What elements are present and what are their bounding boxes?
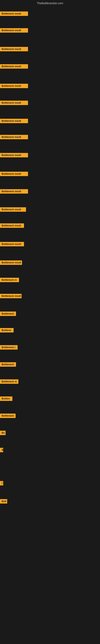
bottleneck-result-item: Bottleneck result <box>0 12 28 16</box>
bottleneck-badge[interactable]: Bottleneck result <box>0 224 24 228</box>
bottleneck-result-item: Bottleneck result <box>0 100 28 105</box>
bottleneck-badge[interactable]: I <box>0 481 3 486</box>
bottleneck-badge[interactable]: Bottleneck re <box>0 278 19 282</box>
bottleneck-result-item: B <box>0 448 3 452</box>
bottleneck-result-item: Bottleneck result <box>0 84 28 88</box>
bottleneck-badge[interactable]: Bottlene <box>0 328 14 332</box>
bottleneck-result-item: Bottleneck result <box>0 119 28 123</box>
bottleneck-badge[interactable]: Bottleneck result <box>0 135 28 139</box>
bottleneck-result-item: Bottleneck result <box>0 135 28 139</box>
bottleneck-result-item: Bottleneck r <box>0 345 18 350</box>
bottleneck-badge[interactable]: Bottleneck result <box>0 64 28 69</box>
bottleneck-result-item: Bottleneck result <box>0 224 24 228</box>
bottleneck-result-item: Bottleneck result <box>0 294 22 298</box>
bottleneck-badge[interactable]: Bottleneck result <box>0 172 28 176</box>
bottleneck-result-item: Bottleneck result <box>0 260 22 265</box>
bottleneck-badge[interactable]: Bottleneck <box>0 362 16 367</box>
bottleneck-badge[interactable]: Bottleneck result <box>0 207 26 212</box>
bottleneck-badge[interactable]: Bottleneck result <box>0 153 28 158</box>
bottleneck-badge[interactable]: Bottleneck r <box>0 345 18 350</box>
bottleneck-result-item: Bott <box>0 499 7 504</box>
bottleneck-result-item: Bottleneck result <box>0 189 28 194</box>
bottleneck-result-item: Bo <box>0 431 6 435</box>
bottleneck-result-item: I <box>0 481 3 486</box>
bottleneck-result-item: Bottleneck <box>0 362 16 367</box>
bottleneck-badge[interactable]: Bottleneck result <box>0 242 24 246</box>
bottleneck-result-item: Bottlene <box>0 328 14 332</box>
bottleneck-result-item: Bottleneck <box>0 414 16 418</box>
bottleneck-result-item: Bottleneck result <box>0 207 26 212</box>
bottleneck-badge[interactable]: Bottleneck <box>0 312 16 316</box>
bottleneck-badge[interactable]: Bottleneck result <box>0 47 28 51</box>
bottleneck-badge[interactable]: Bo <box>0 431 6 435</box>
bottleneck-badge[interactable]: Bottleneck result <box>0 84 28 88</box>
bottleneck-result-item: Bottleneck result <box>0 47 28 51</box>
bottleneck-result-item: Bottleneck re <box>0 379 18 384</box>
bottleneck-result-item: Bottleneck result <box>0 242 24 246</box>
bottleneck-badge[interactable]: Bottleneck result <box>0 294 22 298</box>
bottleneck-badge[interactable]: Bott <box>0 499 7 504</box>
bottleneck-result-item: Bottleneck result <box>0 28 28 32</box>
bottleneck-badge[interactable]: Bottleneck <box>0 414 16 418</box>
bottleneck-badge[interactable]: Bottleneck result <box>0 100 28 105</box>
bottleneck-result-item: Bottleneck <box>0 312 16 316</box>
bottleneck-badge[interactable]: Bottleneck result <box>0 189 28 194</box>
bottleneck-badge[interactable]: Bottleneck re <box>0 379 18 384</box>
bottleneck-result-item: Bottlen <box>0 396 12 401</box>
bottleneck-result-item: Bottleneck re <box>0 278 19 282</box>
bottleneck-badge[interactable]: Bottleneck result <box>0 28 28 32</box>
bottleneck-result-item: Bottleneck result <box>0 172 28 176</box>
bottleneck-badge[interactable]: Bottlen <box>0 396 12 401</box>
bottleneck-badge[interactable]: Bottleneck result <box>0 12 28 16</box>
bottleneck-result-item: Bottleneck result <box>0 153 28 158</box>
site-header: TheBottlenecker.com <box>0 0 100 6</box>
bottleneck-result-item: Bottleneck result <box>0 64 28 69</box>
bottleneck-badge[interactable]: B <box>0 448 3 452</box>
bottleneck-badge[interactable]: Bottleneck result <box>0 119 28 123</box>
bottleneck-badge[interactable]: Bottleneck result <box>0 260 22 265</box>
